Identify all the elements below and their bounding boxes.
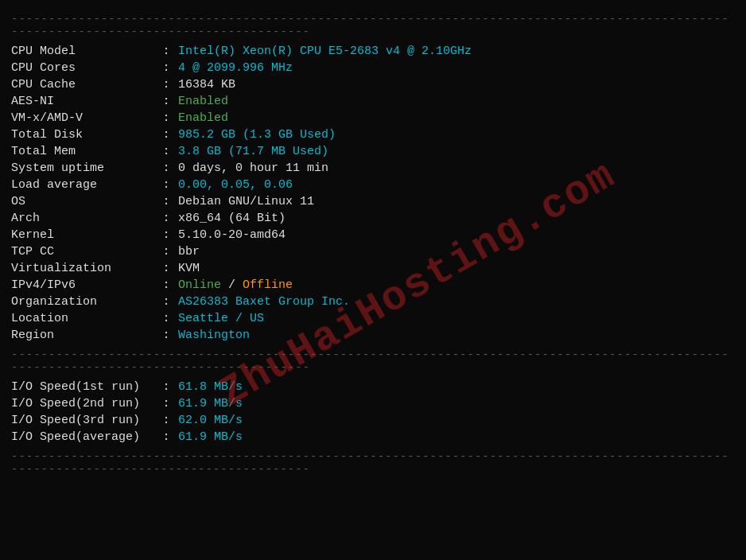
table-row: Region : Washington: [11, 327, 735, 344]
row-value: 61.8 MB/s: [178, 379, 735, 395]
table-row: I/O Speed(1st run) : 61.8 MB/s: [11, 379, 735, 395]
middle-divider: ----------------------------------------…: [11, 348, 735, 374]
table-row: OS : Debian GNU/Linux 11: [11, 193, 735, 210]
row-label: IPv4/IPv6: [11, 277, 154, 294]
row-separator: :: [154, 143, 178, 160]
table-row: Total Disk : 985.2 GB (1.3 GB Used): [11, 126, 735, 143]
row-label: OS: [11, 193, 154, 210]
row-value: KVM: [178, 260, 735, 277]
row-separator: :: [154, 76, 178, 93]
row-label: Kernel: [11, 227, 154, 243]
table-row: Kernel : 5.10.0-20-amd64: [11, 227, 735, 243]
row-value: 61.9 MB/s: [178, 395, 735, 412]
row-separator: :: [154, 210, 178, 227]
row-label: VM-x/AMD-V: [11, 110, 154, 126]
row-value: 62.0 MB/s: [178, 412, 735, 429]
row-label: Arch: [11, 210, 154, 227]
row-separator: :: [154, 93, 178, 110]
row-value: 985.2 GB (1.3 GB Used): [178, 126, 735, 143]
table-row: Virtualization : KVM: [11, 260, 735, 277]
row-value: 3.8 GB (71.7 MB Used): [178, 143, 735, 160]
top-divider: ----------------------------------------…: [11, 13, 735, 38]
row-label: TCP CC: [11, 243, 154, 260]
row-value: 61.9 MB/s: [178, 429, 735, 445]
table-row: CPU Cores : 4 @ 2099.996 MHz: [11, 60, 735, 76]
row-separator: :: [154, 260, 178, 277]
row-value: Online / Offline: [178, 277, 735, 294]
row-value: Intel(R) Xeon(R) CPU E5-2683 v4 @ 2.10GH…: [178, 43, 735, 60]
row-label: I/O Speed(2nd run): [11, 395, 154, 412]
row-separator: :: [154, 110, 178, 126]
table-row: Location : Seattle / US: [11, 310, 735, 327]
row-value: Seattle / US: [178, 310, 735, 327]
row-separator: :: [154, 412, 178, 429]
row-separator: :: [154, 327, 178, 344]
table-row: IPv4/IPv6 : Online / Offline: [11, 277, 735, 294]
row-value: 0.00, 0.05, 0.06: [178, 177, 735, 193]
row-label: Virtualization: [11, 260, 154, 277]
row-separator: :: [154, 43, 178, 60]
row-value: 4 @ 2099.996 MHz: [178, 60, 735, 76]
row-separator: :: [154, 60, 178, 76]
row-separator: :: [154, 227, 178, 243]
table-row: I/O Speed(2nd run) : 61.9 MB/s: [11, 395, 735, 412]
row-separator: :: [154, 294, 178, 310]
row-label: I/O Speed(3rd run): [11, 412, 154, 429]
row-separator: :: [154, 429, 178, 445]
row-value: Debian GNU/Linux 11: [178, 193, 735, 210]
row-separator: :: [154, 277, 178, 294]
table-row: I/O Speed(average) : 61.9 MB/s: [11, 429, 735, 445]
row-label: Total Disk: [11, 126, 154, 143]
row-label: CPU Cache: [11, 76, 154, 93]
row-label: CPU Cores: [11, 60, 154, 76]
row-value: Washington: [178, 327, 735, 344]
row-separator: :: [154, 310, 178, 327]
row-label: Location: [11, 310, 154, 327]
row-value: AS26383 Baxet Group Inc.: [178, 294, 735, 310]
system-info-table: CPU Model : Intel(R) Xeon(R) CPU E5-2683…: [11, 43, 735, 344]
table-row: Organization : AS26383 Baxet Group Inc.: [11, 294, 735, 310]
io-info-table: I/O Speed(1st run) : 61.8 MB/sI/O Speed(…: [11, 379, 735, 445]
row-label: System uptime: [11, 160, 154, 177]
row-separator: :: [154, 379, 178, 395]
row-value: 16384 KB: [178, 76, 735, 93]
row-separator: :: [154, 160, 178, 177]
row-separator: :: [154, 243, 178, 260]
row-separator: :: [154, 193, 178, 210]
row-value: 0 days, 0 hour 11 min: [178, 160, 735, 177]
table-row: CPU Cache : 16384 KB: [11, 76, 735, 93]
table-row: AES-NI : Enabled: [11, 93, 735, 110]
table-row: CPU Model : Intel(R) Xeon(R) CPU E5-2683…: [11, 43, 735, 60]
table-row: Total Mem : 3.8 GB (71.7 MB Used): [11, 143, 735, 160]
table-row: TCP CC : bbr: [11, 243, 735, 260]
row-label: I/O Speed(1st run): [11, 379, 154, 395]
row-value: Enabled: [178, 93, 735, 110]
row-separator: :: [154, 177, 178, 193]
row-separator: :: [154, 126, 178, 143]
table-row: VM-x/AMD-V : Enabled: [11, 110, 735, 126]
row-label: I/O Speed(average): [11, 429, 154, 445]
table-row: System uptime : 0 days, 0 hour 11 min: [11, 160, 735, 177]
row-value: 5.10.0-20-amd64: [178, 227, 735, 243]
row-label: Organization: [11, 294, 154, 310]
table-row: Arch : x86_64 (64 Bit): [11, 210, 735, 227]
row-value: bbr: [178, 243, 735, 260]
row-value: x86_64 (64 Bit): [178, 210, 735, 227]
table-row: Load average : 0.00, 0.05, 0.06: [11, 177, 735, 193]
row-label: CPU Model: [11, 43, 154, 60]
table-row: I/O Speed(3rd run) : 62.0 MB/s: [11, 412, 735, 429]
row-label: Region: [11, 327, 154, 344]
bottom-divider: ----------------------------------------…: [11, 450, 735, 476]
row-label: Load average: [11, 177, 154, 193]
row-label: Total Mem: [11, 143, 154, 160]
row-separator: :: [154, 395, 178, 412]
row-label: AES-NI: [11, 93, 154, 110]
row-value: Enabled: [178, 110, 735, 126]
